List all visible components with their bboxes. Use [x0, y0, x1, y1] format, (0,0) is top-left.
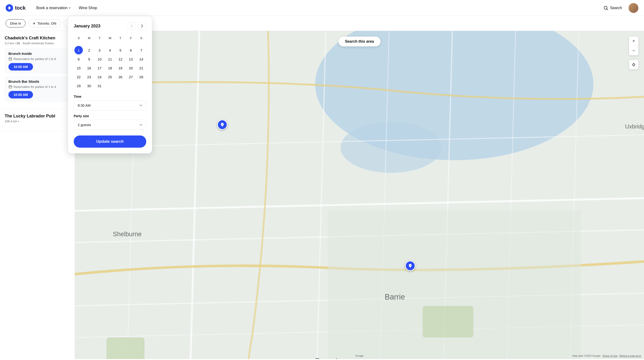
- cal-day-13[interactable]: 13: [126, 55, 135, 63]
- location-icon: ✈: [33, 22, 36, 25]
- experience-detail-brunch-bar-stools: Reservation for parties of 1 to 4: [8, 85, 66, 89]
- cal-day-empty-4-3: [106, 82, 114, 90]
- cal-day-6[interactable]: 6: [126, 46, 135, 54]
- prev-month-button[interactable]: [128, 22, 136, 30]
- cal-day-20[interactable]: 20: [126, 64, 135, 72]
- cal-day-28[interactable]: 28: [137, 73, 146, 81]
- logo[interactable]: tock: [6, 4, 26, 12]
- cal-day-21[interactable]: 21: [137, 64, 146, 72]
- avatar-image: [628, 3, 638, 13]
- time-field: Time 8:30 AM 9:00 AM 9:30 AM 10:00 AM 10…: [74, 95, 146, 110]
- cal-day-9[interactable]: 9: [85, 55, 93, 63]
- location-arrow-icon: [632, 63, 636, 67]
- experience-detail-brunch-inside: Reservation for parties of 1 to 6: [8, 57, 66, 61]
- cal-day-4[interactable]: 4: [106, 46, 114, 54]
- filter-chip-dine-in[interactable]: Dine in: [6, 19, 26, 28]
- locate-me-button[interactable]: [629, 60, 638, 69]
- day-header-w: W: [105, 35, 115, 41]
- nav-wine-shop[interactable]: Wine Shop: [76, 4, 100, 12]
- sidebar: Chadwick's Craft Kitchen 3.2 km • $$ · S…: [0, 31, 75, 359]
- cal-day-31[interactable]: 31: [95, 82, 104, 90]
- restaurant-meta-chadwicks: 3.2 km • $$ · South American Fusion: [5, 42, 70, 45]
- day-header-s2: S: [136, 35, 146, 41]
- zoom-out-button[interactable]: −: [629, 46, 638, 55]
- svg-text:Barrie: Barrie: [385, 293, 405, 301]
- map-pin-2[interactable]: [405, 261, 415, 271]
- search-icon: [604, 6, 608, 10]
- chevron-down-icon: ▾: [69, 6, 70, 10]
- restaurant-name-lucky-labrador: The Lucky Labrador Publ: [5, 114, 70, 119]
- restaurant-meta-lucky-labrador: 106.4 km •: [5, 119, 70, 123]
- map-terms: Map data ©2023 Google Terms of Use Repor…: [572, 354, 641, 357]
- cal-day-29[interactable]: 29: [74, 82, 83, 90]
- day-header-s1: S: [74, 35, 84, 41]
- day-header-t2: T: [115, 35, 126, 41]
- cal-day-25[interactable]: 25: [106, 73, 114, 81]
- cal-day-7[interactable]: 7: [137, 46, 146, 54]
- nav-book-reservation[interactable]: Book a reservation ▾: [33, 4, 74, 12]
- nav-wine-shop-label: Wine Shop: [79, 6, 97, 10]
- tock-logo-icon: [6, 4, 13, 12]
- next-month-button[interactable]: [138, 22, 146, 30]
- chevron-left-icon: [130, 24, 133, 28]
- cal-day-11[interactable]: 11: [106, 55, 114, 63]
- restaurant-pin-icon-1: [220, 122, 225, 127]
- cal-day-17[interactable]: 17: [95, 64, 104, 72]
- cal-day-5[interactable]: 5: [116, 46, 125, 54]
- report-map-error-link[interactable]: Report a map error: [620, 354, 641, 357]
- cal-day-1[interactable]: 1: [74, 46, 83, 54]
- terms-of-use-link[interactable]: Terms of Use: [602, 354, 618, 357]
- calendar-day-headers: S M T W T F S: [74, 35, 146, 41]
- cal-day-empty-4-6: [137, 82, 146, 90]
- cal-day-22[interactable]: 22: [74, 73, 83, 81]
- cal-day-12[interactable]: 12: [116, 55, 125, 63]
- cal-day-27[interactable]: 27: [126, 73, 135, 81]
- calendar-days-grid: 1234567891011121314151617181920212223242…: [74, 46, 146, 90]
- cal-day-16[interactable]: 16: [85, 64, 93, 72]
- svg-point-1: [8, 7, 10, 9]
- map-background: Barrie Brampton Toronto Mississauga Osha…: [75, 31, 644, 359]
- map-pin-1[interactable]: [217, 119, 228, 130]
- cal-day-14[interactable]: 14: [137, 55, 146, 63]
- header-right: Search: [601, 3, 638, 13]
- search-button[interactable]: Search: [601, 4, 625, 12]
- main-nav: Book a reservation ▾ Wine Shop: [33, 4, 100, 12]
- chevron-right-icon: [141, 24, 143, 28]
- time-btn-brunch-inside[interactable]: 10:00 AM: [8, 63, 33, 71]
- cal-day-24[interactable]: 24: [95, 73, 104, 81]
- restaurant-name-chadwicks: Chadwick's Craft Kitchen: [5, 36, 70, 41]
- cal-day-3[interactable]: 3: [95, 46, 104, 54]
- cal-day-18[interactable]: 18: [106, 64, 114, 72]
- user-avatar[interactable]: [628, 3, 638, 13]
- restaurant-card-chadwicks[interactable]: Chadwick's Craft Kitchen 3.2 km • $$ · S…: [0, 31, 75, 109]
- party-size-select[interactable]: 1 guest 2 guests 3 guests 4 guests 5 gue…: [74, 120, 146, 130]
- search-area-button[interactable]: Search this area: [338, 37, 380, 46]
- party-size-label: Party size: [74, 114, 146, 118]
- svg-rect-3: [9, 58, 12, 60]
- update-search-button[interactable]: Update search: [74, 135, 146, 148]
- map-data-label: Map data ©2023 Google: [572, 354, 600, 357]
- svg-text:Shelburne: Shelburne: [113, 231, 142, 238]
- nav-book-reservation-label: Book a reservation: [36, 6, 68, 10]
- restaurant-card-lucky-labrador[interactable]: The Lucky Labrador Publ 106.4 km •: [0, 109, 75, 131]
- time-select[interactable]: 8:30 AM 9:00 AM 9:30 AM 10:00 AM 10:30 A…: [74, 100, 146, 110]
- filter-chip-location[interactable]: ✈ Toronto, ON: [28, 19, 61, 28]
- cal-day-10[interactable]: 10: [95, 55, 104, 63]
- zoom-in-button[interactable]: +: [629, 37, 638, 46]
- day-header-t1: T: [94, 35, 104, 41]
- cal-day-19[interactable]: 19: [116, 64, 125, 72]
- cal-day-2[interactable]: 2: [85, 46, 93, 54]
- header: tock Book a reservation ▾ Wine Shop Sear…: [0, 0, 644, 16]
- cal-day-30[interactable]: 30: [85, 82, 93, 90]
- dine-in-label: Dine in: [10, 21, 21, 25]
- cal-day-15[interactable]: 15: [74, 64, 83, 72]
- map-zoom-controls: + −: [629, 37, 638, 55]
- search-label: Search: [610, 6, 622, 10]
- cal-day-23[interactable]: 23: [85, 73, 93, 81]
- svg-rect-4: [9, 86, 12, 88]
- time-btn-brunch-bar-stools[interactable]: 10:00 AM: [8, 91, 33, 98]
- cal-day-26[interactable]: 26: [116, 73, 125, 81]
- cal-day-8[interactable]: 8: [74, 55, 83, 63]
- time-label: Time: [74, 95, 146, 98]
- calendar-navigation: [128, 22, 146, 30]
